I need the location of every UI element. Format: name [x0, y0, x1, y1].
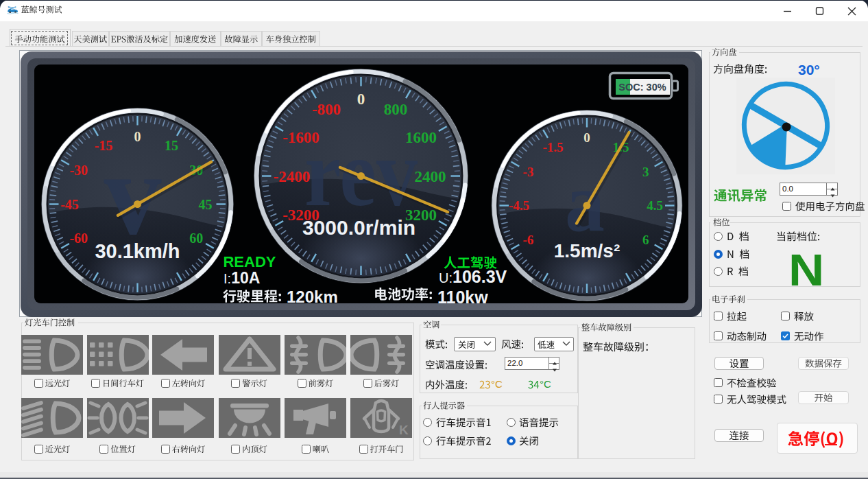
- svg-text:-30: -30: [69, 163, 88, 178]
- svg-text:I:10A: I:10A: [224, 269, 260, 287]
- svg-text:4.5: 4.5: [647, 198, 663, 213]
- svg-text:SOC: 30%: SOC: 30%: [618, 82, 666, 93]
- svg-text:800: 800: [384, 101, 408, 118]
- svg-text:45: 45: [199, 197, 213, 212]
- svg-text:-1600: -1600: [282, 129, 320, 146]
- svg-text:Skywell: Skywell: [8, 6, 16, 9]
- svg-text:0: 0: [357, 91, 365, 108]
- svg-text:U:106.3V: U:106.3V: [439, 267, 507, 286]
- svg-text:1.5m/s²: 1.5m/s²: [554, 240, 620, 261]
- svg-text:1600: 1600: [405, 129, 437, 146]
- svg-text:0: 0: [583, 130, 590, 145]
- svg-text:-6: -6: [522, 233, 533, 247]
- svg-text:120km: 120km: [287, 288, 338, 306]
- svg-text:3: 3: [642, 165, 649, 179]
- svg-text:-60: -60: [69, 231, 88, 246]
- svg-text:-45: -45: [60, 197, 79, 212]
- svg-text:60: 60: [189, 231, 203, 246]
- svg-text:2400: 2400: [415, 168, 446, 185]
- svg-text:a: a: [565, 156, 605, 248]
- svg-text:6: 6: [642, 233, 649, 247]
- svg-text:K: K: [399, 423, 409, 437]
- svg-text:-1.5: -1.5: [542, 140, 563, 154]
- svg-text:110kw: 110kw: [437, 288, 488, 307]
- svg-text:3000.0r/min: 3000.0r/min: [302, 216, 415, 239]
- svg-text:-2400: -2400: [274, 168, 311, 185]
- svg-text:-800: -800: [312, 101, 341, 118]
- svg-text:READY: READY: [223, 253, 276, 270]
- svg-text:15: 15: [165, 138, 178, 153]
- svg-text:0: 0: [134, 129, 141, 144]
- svg-text:-4.5: -4.5: [509, 198, 529, 213]
- svg-text:30.1km/h: 30.1km/h: [95, 240, 180, 262]
- svg-text:-15: -15: [95, 138, 113, 153]
- svg-text:-3: -3: [522, 165, 533, 179]
